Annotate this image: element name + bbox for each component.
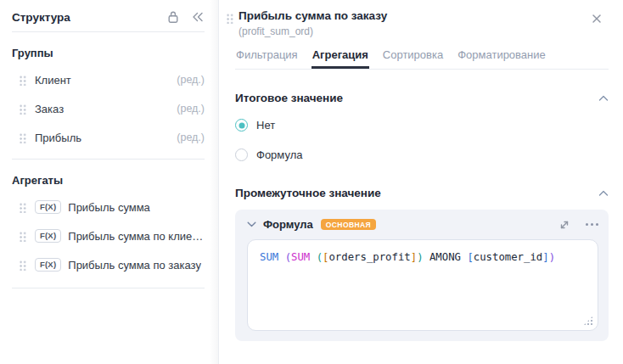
formula-code[interactable]: SUM (SUM ([orders_profit]) AMONG [custom…	[260, 251, 586, 263]
close-icon[interactable]	[587, 9, 606, 28]
expand-icon[interactable]	[558, 219, 570, 231]
aggregate-item-profit-sum-order[interactable]: F(X) Прибыль сумма по заказу	[0, 250, 218, 279]
radio-selected-icon[interactable]	[235, 119, 248, 132]
formula-badge: F(X)	[35, 258, 61, 272]
main-badge: ОСНОВНАЯ	[321, 219, 376, 230]
group-item-label: Клиент	[35, 74, 71, 87]
groups-heading: Группы	[12, 47, 205, 59]
drag-handle-icon[interactable]	[19, 132, 26, 143]
group-item-order[interactable]: Заказ (ред.)	[0, 94, 218, 123]
aggregates-heading: Агрегаты	[12, 174, 205, 187]
aggregate-item-profit-sum[interactable]: F(X) Прибыль сумма	[0, 193, 218, 221]
drag-handle-icon[interactable]	[19, 231, 26, 242]
formula-editor[interactable]: SUM (SUM ([orders_profit]) AMONG [custom…	[247, 239, 598, 331]
aggregate-item-profit-sum-client[interactable]: F(X) Прибыль сумма по клие…	[0, 221, 218, 250]
drag-handle-icon[interactable]	[19, 104, 26, 115]
aggregate-item-label: Прибыль сумма	[68, 201, 150, 214]
tab-bar: Фильтрация Агрегация Сортировка Форматир…	[235, 48, 609, 70]
radio-label: Формула	[256, 148, 302, 161]
edit-link[interactable]: (ред.)	[177, 74, 205, 86]
panel-subtitle: (profit_sum_ord)	[239, 25, 387, 37]
field-settings-panel: Прибыль сумма по заказу (profit_sum_ord)…	[219, 0, 623, 364]
tab-aggregation[interactable]: Агрегация	[312, 48, 369, 69]
panel-title: Прибыль сумма по заказу	[239, 9, 387, 22]
tab-content: Итоговое значение Нет Формула Промежуточ…	[219, 70, 623, 341]
drag-handle-icon[interactable]	[19, 260, 26, 271]
tab-filtering[interactable]: Фильтрация	[235, 48, 299, 69]
more-menu-icon[interactable]	[586, 223, 598, 226]
radio-label: Нет	[256, 119, 275, 132]
sidebar-header: Структура	[0, 0, 218, 24]
total-value-section-header: Итоговое значение	[235, 92, 609, 104]
chevron-down-icon[interactable]	[247, 221, 256, 227]
tab-formatting[interactable]: Форматирование	[457, 48, 547, 69]
structure-sidebar: Структура Группы	[0, 0, 219, 364]
divider	[12, 159, 205, 160]
radio-option-formula[interactable]: Формула	[235, 148, 609, 161]
panel-header: Прибыль сумма по заказу (profit_sum_ord)	[219, 0, 623, 37]
total-value-title: Итоговое значение	[235, 92, 343, 104]
radio-unselected-icon[interactable]	[235, 148, 248, 161]
drag-handle-icon[interactable]	[19, 202, 26, 213]
collapse-sidebar-icon[interactable]	[192, 12, 204, 22]
group-item-profit[interactable]: Прибыль (ред.)	[0, 123, 218, 152]
group-item-label: Прибыль	[35, 132, 81, 144]
sidebar-title: Структура	[12, 11, 70, 24]
aggregate-item-label: Прибыль сумма по клие…	[68, 230, 203, 243]
formula-badge: F(X)	[35, 200, 61, 214]
tab-sorting[interactable]: Сортировка	[382, 48, 444, 69]
groups-list: Клиент (ред.) Заказ (ред.) Прибыль (ред.…	[0, 65, 218, 152]
edit-link[interactable]: (ред.)	[177, 132, 205, 143]
drag-handle-icon[interactable]	[19, 75, 26, 86]
formula-badge: F(X)	[35, 229, 61, 243]
aggregate-item-label: Прибыль сумма по заказу	[68, 259, 201, 272]
group-item-client[interactable]: Клиент (ред.)	[0, 65, 218, 94]
aggregates-list: F(X) Прибыль сумма F(X) Прибыль сумма по…	[0, 193, 218, 279]
group-item-label: Заказ	[35, 103, 64, 115]
radio-option-none[interactable]: Нет	[235, 119, 609, 132]
divider	[12, 288, 205, 288]
resize-grip-icon[interactable]	[583, 316, 593, 326]
edit-link[interactable]: (ред.)	[177, 103, 205, 115]
divider	[12, 31, 205, 32]
chevron-up-icon[interactable]	[598, 190, 609, 197]
formula-card-header: Формула ОСНОВНАЯ	[247, 218, 598, 231]
chevron-up-icon[interactable]	[598, 95, 609, 102]
formula-card: Формула ОСНОВНАЯ	[235, 210, 609, 341]
formula-label: Формула	[263, 218, 313, 231]
lock-icon[interactable]	[167, 10, 179, 24]
intermediate-value-section-header: Промежуточное значение	[235, 187, 609, 199]
drag-handle-icon[interactable]	[226, 13, 233, 24]
intermediate-value-title: Промежуточное значение	[235, 187, 381, 199]
field-settings-window: Структура Группы	[0, 0, 623, 364]
